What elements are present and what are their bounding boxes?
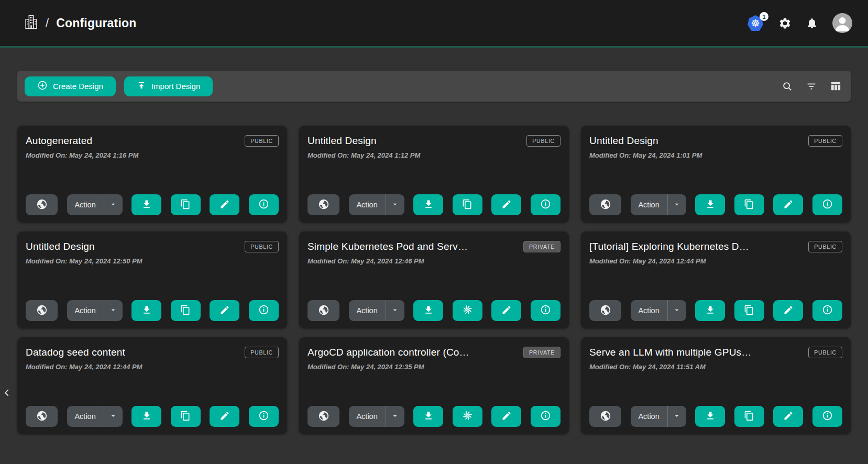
- info-button[interactable]: [531, 194, 561, 215]
- download-icon: [705, 305, 716, 317]
- copy-icon: [744, 411, 754, 423]
- edit-button[interactable]: [210, 194, 239, 215]
- info-icon: [540, 410, 551, 423]
- design-title: ArgoCD application controller (Co…: [307, 346, 517, 359]
- download-icon: [705, 199, 716, 211]
- visibility-globe-button[interactable]: [26, 300, 58, 321]
- download-button[interactable]: [131, 300, 161, 321]
- action-dropdown-caret[interactable]: [104, 406, 123, 427]
- info-button[interactable]: [812, 194, 842, 215]
- modified-on: Modified On: May 24, 2024 11:51 AM: [589, 363, 842, 371]
- visibility-globe-button[interactable]: [26, 406, 58, 427]
- info-button[interactable]: [249, 194, 279, 215]
- design-spiral-button[interactable]: [453, 300, 482, 321]
- action-dropdown-caret[interactable]: [386, 300, 404, 321]
- design-title: Untitled Design: [589, 134, 802, 148]
- edit-button[interactable]: [491, 406, 521, 427]
- download-button[interactable]: [413, 194, 443, 215]
- design-spiral-button[interactable]: [453, 406, 482, 427]
- globe-icon: [36, 198, 48, 212]
- edit-button[interactable]: [491, 300, 521, 321]
- import-design-button[interactable]: Import Design: [124, 76, 213, 96]
- edit-button[interactable]: [773, 300, 803, 321]
- edit-button[interactable]: [210, 300, 239, 321]
- settings-gear-icon[interactable]: [778, 16, 792, 30]
- action-button-label[interactable]: Action: [67, 194, 104, 215]
- download-button[interactable]: [413, 406, 443, 427]
- notifications-bell-icon[interactable]: [805, 16, 819, 30]
- visibility-globe-button[interactable]: [589, 406, 621, 427]
- action-dropdown-caret[interactable]: [667, 300, 686, 321]
- table-view-icon[interactable]: [828, 79, 843, 94]
- user-avatar[interactable]: [832, 13, 852, 33]
- action-button-label[interactable]: Action: [67, 300, 104, 321]
- download-button[interactable]: [413, 300, 443, 321]
- clone-button[interactable]: [734, 300, 764, 321]
- action-button-label[interactable]: Action: [631, 300, 667, 321]
- clone-button[interactable]: [453, 194, 482, 215]
- visibility-globe-button[interactable]: [307, 194, 339, 215]
- spiral-icon: [462, 410, 474, 423]
- kubernetes-context-button[interactable]: ☸ 1: [748, 15, 764, 31]
- action-dropdown-caret[interactable]: [386, 406, 404, 427]
- visibility-globe-button[interactable]: [307, 406, 339, 427]
- download-button[interactable]: [695, 406, 725, 427]
- info-button[interactable]: [531, 300, 561, 321]
- visibility-globe-button[interactable]: [589, 194, 621, 215]
- pencil-icon: [783, 305, 794, 317]
- download-button[interactable]: [131, 406, 161, 427]
- info-button[interactable]: [249, 300, 279, 321]
- copy-icon: [744, 305, 754, 317]
- edit-button[interactable]: [210, 406, 239, 427]
- action-dropdown-caret[interactable]: [104, 300, 123, 321]
- action-dropdown-caret[interactable]: [667, 194, 686, 215]
- action-dropdown-caret[interactable]: [667, 406, 686, 427]
- info-button[interactable]: [812, 300, 842, 321]
- modified-on: Modified On: May 24, 2024 12:44 PM: [589, 257, 842, 265]
- action-split-button: Action: [67, 300, 123, 321]
- visibility-badge: PUBLIC: [245, 135, 279, 147]
- clone-button[interactable]: [734, 194, 764, 215]
- action-button-label[interactable]: Action: [67, 406, 104, 427]
- clone-button[interactable]: [171, 300, 201, 321]
- info-button[interactable]: [249, 406, 279, 427]
- organization-icon[interactable]: [24, 14, 38, 32]
- create-design-label: Create Design: [53, 82, 103, 91]
- action-dropdown-caret[interactable]: [104, 194, 123, 215]
- collapse-panel-chevron[interactable]: [1, 384, 13, 402]
- download-button[interactable]: [695, 194, 725, 215]
- action-button-label[interactable]: Action: [349, 406, 386, 427]
- search-icon[interactable]: [779, 79, 795, 94]
- download-icon: [141, 305, 152, 317]
- info-button[interactable]: [812, 406, 842, 427]
- pencil-icon: [219, 411, 230, 423]
- clone-button[interactable]: [171, 194, 201, 215]
- design-title: Datadog seed content: [26, 346, 238, 359]
- visibility-globe-button[interactable]: [589, 300, 621, 321]
- action-button-label[interactable]: Action: [631, 406, 667, 427]
- globe-icon: [600, 304, 611, 317]
- download-button[interactable]: [695, 300, 725, 321]
- design-card: Serve an LLM with multiple GPUs… PUBLIC …: [581, 337, 851, 434]
- clone-button[interactable]: [171, 406, 201, 427]
- visibility-globe-button[interactable]: [307, 300, 339, 321]
- info-button[interactable]: [531, 406, 561, 427]
- action-button-label[interactable]: Action: [631, 194, 667, 215]
- info-icon: [540, 304, 551, 317]
- visibility-globe-button[interactable]: [26, 194, 58, 215]
- visibility-badge: PRIVATE: [523, 347, 561, 358]
- breadcrumb: / Configuration: [24, 14, 136, 32]
- download-icon: [705, 411, 716, 423]
- edit-button[interactable]: [773, 194, 803, 215]
- download-button[interactable]: [131, 194, 161, 215]
- pencil-icon: [501, 305, 512, 317]
- design-card: Untitled Design PUBLIC Modified On: May …: [299, 126, 569, 223]
- create-design-button[interactable]: Create Design: [25, 76, 116, 96]
- edit-button[interactable]: [491, 194, 521, 215]
- clone-button[interactable]: [734, 406, 764, 427]
- action-dropdown-caret[interactable]: [386, 194, 404, 215]
- action-button-label[interactable]: Action: [349, 194, 386, 215]
- action-button-label[interactable]: Action: [349, 300, 386, 321]
- edit-button[interactable]: [773, 406, 803, 427]
- filter-icon[interactable]: [804, 79, 819, 94]
